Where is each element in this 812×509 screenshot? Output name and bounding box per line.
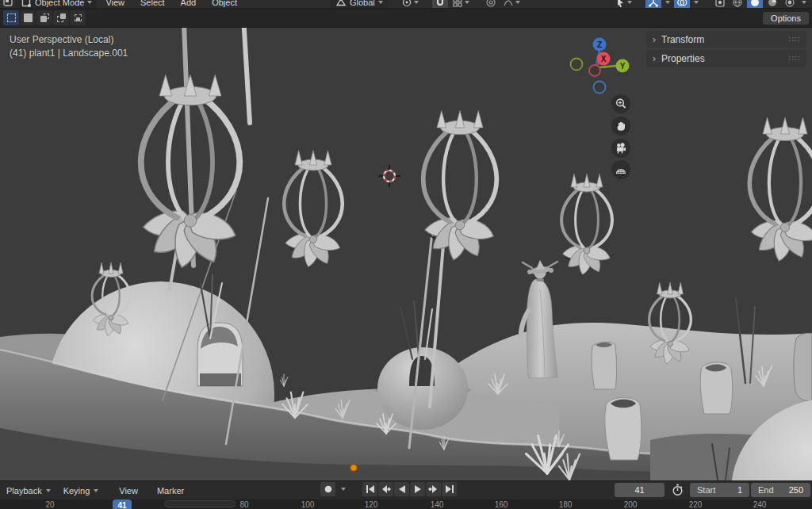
pan-button[interactable] xyxy=(611,117,630,136)
menu-view[interactable]: View xyxy=(98,0,132,7)
blender-window: Object Mode View Select Add Object Globa… xyxy=(0,0,812,509)
axis-neg-x-ball[interactable] xyxy=(589,65,600,76)
magnifier-plus-icon xyxy=(615,98,627,110)
menu-object[interactable]: Object xyxy=(205,0,244,7)
axis-y-ball[interactable]: Y xyxy=(616,59,630,73)
camera-view-button[interactable] xyxy=(611,139,630,158)
snap-target-dropdown[interactable] xyxy=(450,0,472,8)
chevron-down-icon xyxy=(665,1,670,4)
editor-type-icon[interactable] xyxy=(3,0,14,8)
object-origin-dot[interactable] xyxy=(350,465,358,472)
timeline-scrollbar[interactable] xyxy=(164,500,236,507)
chevron-down-icon[interactable] xyxy=(341,488,346,491)
current-frame-field[interactable]: 41 xyxy=(615,483,665,497)
record-circle-icon xyxy=(324,484,333,494)
play-reverse-icon xyxy=(398,485,406,493)
chevron-down-icon xyxy=(627,1,632,4)
ruler-tick: 100 xyxy=(301,500,315,509)
shading-dropdown[interactable] xyxy=(799,0,809,8)
zoom-button[interactable] xyxy=(611,94,630,113)
chevron-down-icon xyxy=(515,1,520,4)
panel-properties[interactable]: › Properties ∷∷ xyxy=(646,50,806,67)
chevron-down-icon xyxy=(87,1,92,4)
timeline-menu-keying[interactable]: Keying xyxy=(57,486,105,496)
transport-controls xyxy=(320,482,457,496)
options-button[interactable]: Options xyxy=(763,12,809,25)
preview-range-button[interactable] xyxy=(668,483,686,497)
object-type-visibility-dropdown[interactable] xyxy=(612,0,634,8)
shading-solid-button[interactable] xyxy=(747,0,763,8)
orientation-icon xyxy=(335,0,347,8)
proportional-falloff-dropdown[interactable] xyxy=(500,0,523,8)
xray-toggle[interactable] xyxy=(712,0,728,8)
perspective-toggle-button[interactable] xyxy=(611,160,630,179)
3d-viewport[interactable]: User Perspective (Local) (41) plant1 | L… xyxy=(0,28,812,480)
wireframe-sphere-icon xyxy=(732,0,743,8)
select-mode-extend-button[interactable] xyxy=(20,10,36,25)
shading-rendered-button[interactable] xyxy=(782,0,798,8)
frame-start-field[interactable]: Start1 xyxy=(690,483,749,497)
axis-neg-y-ball[interactable] xyxy=(571,59,583,71)
proportional-circle-icon xyxy=(485,0,496,8)
overlays-dropdown[interactable] xyxy=(691,0,701,8)
proportional-edit-toggle[interactable] xyxy=(483,0,499,8)
play-button[interactable] xyxy=(410,482,425,496)
jump-to-start-button[interactable] xyxy=(362,482,377,496)
xray-icon xyxy=(714,0,726,8)
panel-transform-label: Transform xyxy=(661,34,704,45)
show-gizmo-toggle[interactable] xyxy=(645,0,661,8)
panel-grip-icon[interactable]: ∷∷ xyxy=(788,54,800,63)
frame-end-field[interactable]: End250 xyxy=(751,483,810,497)
viewport-scene xyxy=(0,28,812,480)
axis-z-ball[interactable]: Z xyxy=(593,38,607,52)
solid-sphere-icon xyxy=(749,0,760,8)
play-icon xyxy=(414,485,422,493)
panel-expand-icon: › xyxy=(653,53,656,64)
jump-to-end-button[interactable] xyxy=(442,482,457,496)
mode-dropdown[interactable]: Object Mode xyxy=(16,0,97,8)
jump-start-icon xyxy=(366,485,375,493)
play-reverse-button[interactable] xyxy=(394,482,409,496)
next-keyframe-button[interactable] xyxy=(426,482,441,496)
prev-keyframe-icon xyxy=(381,485,391,493)
panel-grip-icon[interactable]: ∷∷ xyxy=(788,35,800,44)
ruler-tick: 180 xyxy=(559,500,573,509)
svg-text:Z: Z xyxy=(597,40,602,49)
timeline-ruler[interactable]: 41 2080100120140160180200220240 xyxy=(0,499,812,509)
camera-icon xyxy=(615,142,627,155)
pivot-point-dropdown[interactable] xyxy=(399,0,421,8)
select-mode-subtract-button[interactable] xyxy=(36,10,52,25)
timeline-menu-playback[interactable]: Playback xyxy=(0,486,57,496)
ruler-tick: 80 xyxy=(239,500,248,509)
previous-keyframe-button[interactable] xyxy=(378,482,393,496)
select-mode-set-button[interactable] xyxy=(3,10,19,25)
chevron-down-icon xyxy=(94,489,98,492)
chevron-down-icon xyxy=(378,1,383,4)
shading-material-button[interactable] xyxy=(764,0,780,8)
snap-toggle[interactable] xyxy=(432,0,448,8)
gizmo-dropdown[interactable] xyxy=(663,0,672,8)
axis-x-ball[interactable]: X xyxy=(597,52,611,66)
svg-text:Y: Y xyxy=(620,62,626,71)
select-mode-invert-button[interactable] xyxy=(53,10,69,25)
ruler-tick: 240 xyxy=(753,500,767,509)
shading-wireframe-button[interactable] xyxy=(730,0,745,8)
active-object-text: (41) plant1 | Landscape.001 xyxy=(10,47,128,60)
axis-neg-z-ball[interactable] xyxy=(594,82,606,94)
overlays-icon xyxy=(676,0,688,8)
auto-keying-toggle[interactable] xyxy=(320,482,335,496)
viewport-header: Object Mode View Select Add Object Globa… xyxy=(0,0,812,8)
select-mode-intersect-button[interactable] xyxy=(70,10,86,25)
current-frame-badge[interactable]: 41 xyxy=(113,499,132,509)
panel-transform[interactable]: › Transform ∷∷ xyxy=(646,31,806,48)
timeline-menu-view[interactable]: View xyxy=(113,486,144,496)
pointer-icon xyxy=(615,0,626,8)
menu-select[interactable]: Select xyxy=(133,0,172,7)
show-overlays-toggle[interactable] xyxy=(674,0,690,8)
orientation-dropdown[interactable]: Global xyxy=(331,0,388,8)
menu-add[interactable]: Add xyxy=(174,0,204,7)
svg-text:X: X xyxy=(601,55,607,63)
select-invert-icon xyxy=(57,13,66,22)
rendered-sphere-icon xyxy=(784,0,795,8)
timeline-menu-marker[interactable]: Marker xyxy=(151,486,190,496)
